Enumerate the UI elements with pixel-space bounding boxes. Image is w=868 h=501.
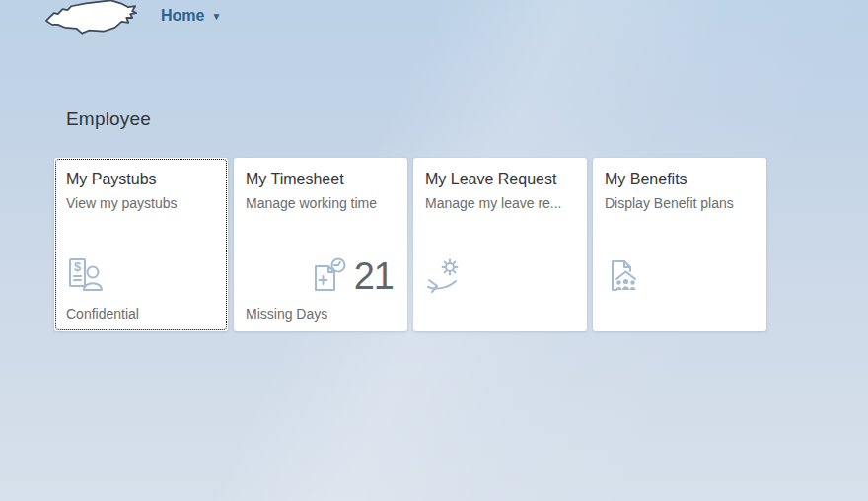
chevron-down-icon: ▼ — [211, 12, 221, 22]
section-title-employee: Employee — [66, 108, 151, 130]
home-menu-button[interactable]: Home ▼ — [161, 7, 221, 25]
add-document-clock-icon — [309, 256, 348, 296]
tile-group-employee: My Paystubs View my paystubs $ Confident… — [54, 158, 766, 331]
tile-my-leave-request[interactable]: My Leave Request Manage my leave re... — [413, 158, 587, 331]
paystub-document-person-icon: $ — [66, 256, 106, 296]
tile-title: My Benefits — [605, 170, 755, 188]
north-carolina-logo[interactable] — [43, 0, 140, 37]
family-document-icon — [605, 256, 644, 296]
tile-footer — [605, 306, 755, 322]
sun-lounger-vacation-icon — [425, 256, 465, 296]
tile-title: My Paystubs — [66, 170, 216, 188]
top-navigation-bar: Home ▼ — [0, 0, 868, 39]
tile-title: My Timesheet — [246, 170, 396, 188]
tile-subtitle: Manage my leave re... — [425, 195, 575, 212]
kpi-value: 21 — [354, 256, 394, 296]
tile-my-timesheet[interactable]: My Timesheet Manage working time 21 Miss… — [234, 158, 407, 331]
tile-subtitle: Display Benefit plans — [605, 195, 755, 212]
tile-subtitle: Manage working time — [246, 195, 396, 212]
tile-footer: Missing Days — [246, 306, 396, 322]
home-menu-label: Home — [161, 7, 204, 25]
tile-subtitle: View my paystubs — [66, 195, 216, 212]
tile-title: My Leave Request — [425, 170, 575, 188]
tile-footer — [425, 306, 575, 322]
tile-my-paystubs[interactable]: My Paystubs View my paystubs $ Confident… — [54, 158, 228, 331]
tile-footer: Confidential — [66, 306, 216, 322]
svg-text:$: $ — [74, 259, 82, 274]
tile-my-benefits[interactable]: My Benefits Display Benefit plans — [593, 158, 766, 331]
